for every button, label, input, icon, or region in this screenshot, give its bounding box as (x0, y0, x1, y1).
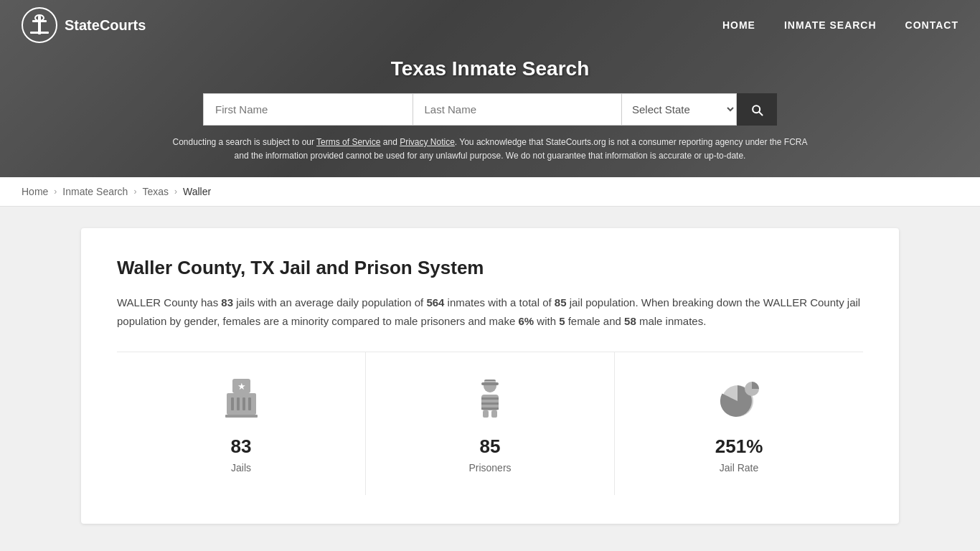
first-name-input[interactable] (203, 93, 413, 126)
desc-female-count: 5 (559, 315, 565, 327)
header: StateCourts HOME INMATE SEARCH CONTACT T… (0, 0, 980, 177)
main-content: Waller County, TX Jail and Prison System… (67, 228, 913, 524)
jail-icon: ★ (216, 374, 266, 424)
pie-chart-icon (714, 374, 764, 424)
stat-jail-rate: 251% Jail Rate (615, 352, 863, 495)
search-bar: Select State Alabama Alaska Arizona Arka… (203, 93, 777, 126)
breadcrumb-chevron-1: › (54, 187, 57, 197)
stat-jails-label: Jails (231, 462, 251, 474)
page-title: Texas Inmate Search (14, 57, 966, 80)
desc-text4: with (534, 315, 559, 327)
search-icon (750, 103, 764, 117)
main-nav: StateCourts HOME INMATE SEARCH CONTACT (0, 0, 980, 50)
breadcrumb: Home › Inmate Search › Texas › Waller (0, 177, 980, 207)
svg-rect-19 (481, 408, 499, 410)
pie-svg (716, 376, 763, 423)
terms-link[interactable]: Terms of Service (316, 137, 380, 147)
breadcrumb-state[interactable]: Texas (142, 186, 169, 197)
svg-rect-18 (481, 402, 499, 405)
desc-text1: jails with an average daily population o… (233, 296, 426, 309)
disclaimer-text: Conducting a search is subject to our Te… (167, 136, 813, 163)
logo-icon (22, 7, 57, 43)
search-button[interactable] (737, 93, 777, 126)
prisoner-svg (467, 376, 514, 423)
county-description: WALLER County has 83 jails with an avera… (117, 293, 863, 330)
nav-home[interactable]: HOME (722, 19, 755, 31)
nav-links: HOME INMATE SEARCH CONTACT (722, 19, 958, 31)
desc-female-pct: 6% (518, 315, 534, 327)
stat-jails-number: 83 (231, 435, 252, 458)
privacy-link[interactable]: Privacy Notice (400, 137, 455, 147)
stat-prisoners: 85 Prisoners (366, 352, 615, 495)
breadcrumb-home[interactable]: Home (22, 186, 48, 197)
stat-prisoners-label: Prisoners (468, 462, 511, 474)
svg-rect-17 (481, 397, 499, 400)
disclaimer-and: and (380, 137, 400, 147)
svg-rect-9 (242, 397, 245, 410)
svg-rect-8 (237, 397, 240, 410)
svg-rect-15 (484, 381, 496, 382)
desc-avg-pop: 564 (426, 296, 444, 309)
svg-rect-2 (30, 32, 49, 34)
desc-prefix: WALLER County has (117, 296, 221, 309)
stats-row: ★ 83 Jails (117, 352, 863, 495)
header-content: StateCourts HOME INMATE SEARCH CONTACT T… (0, 0, 980, 177)
logo-svg (29, 14, 50, 36)
jail-svg: ★ (218, 376, 265, 423)
stat-rate-number: 251% (715, 435, 763, 458)
disclaimer-prefix: Conducting a search is subject to our (173, 137, 317, 147)
nav-inmate-search[interactable]: INMATE SEARCH (784, 19, 877, 31)
desc-text5: female and (565, 315, 625, 327)
nav-contact[interactable]: CONTACT (905, 19, 958, 31)
svg-rect-11 (225, 415, 258, 418)
desc-total-pop: 85 (555, 296, 567, 309)
desc-text6: male inmates. (636, 315, 707, 327)
svg-rect-10 (248, 397, 251, 410)
breadcrumb-chevron-3: › (174, 187, 177, 197)
breadcrumb-current: Waller (183, 186, 211, 197)
last-name-input[interactable] (413, 93, 623, 126)
desc-jails-count: 83 (221, 296, 233, 309)
desc-male-count: 58 (624, 315, 636, 327)
desc-text2: inmates with a total of (444, 296, 554, 309)
stat-rate-label: Jail Rate (720, 462, 758, 474)
svg-rect-21 (491, 410, 497, 418)
prisoner-icon (465, 374, 515, 424)
logo-link[interactable]: StateCourts (22, 7, 146, 43)
svg-text:★: ★ (237, 381, 245, 392)
content-card: Waller County, TX Jail and Prison System… (81, 228, 899, 524)
svg-rect-7 (231, 397, 234, 410)
breadcrumb-chevron-2: › (133, 187, 136, 197)
state-select[interactable]: Select State Alabama Alaska Arizona Arka… (622, 93, 737, 126)
svg-rect-20 (483, 410, 489, 418)
stat-prisoners-number: 85 (480, 435, 501, 458)
breadcrumb-inmate-search[interactable]: Inmate Search (62, 186, 128, 197)
stat-jails: ★ 83 Jails (117, 352, 366, 495)
site-name: StateCourts (65, 17, 146, 34)
search-area: Texas Inmate Search Select State Alabama… (0, 50, 980, 177)
county-title: Waller County, TX Jail and Prison System (117, 257, 863, 279)
